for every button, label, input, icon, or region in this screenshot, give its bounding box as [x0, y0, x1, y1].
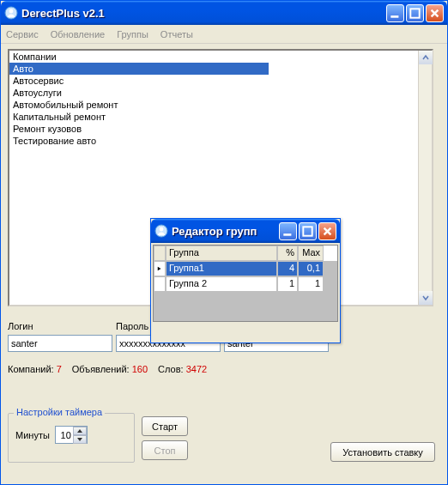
start-button[interactable]: Старт [142, 416, 188, 436]
dialog-maximize-button[interactable] [299, 222, 317, 240]
group-editor-dialog: Редактор групп Группа % Max Группа140,1Г… [150, 218, 341, 343]
list-item[interactable]: Автоуслуги [9, 87, 269, 99]
scroll-down-icon[interactable] [419, 291, 433, 305]
group-grid[interactable]: Группа % Max Группа140,1Группа 211 [153, 245, 338, 322]
grid-header: Группа % Max [154, 246, 337, 261]
main-title: DerectPlus v2.1 [21, 7, 386, 20]
col-max: Max [298, 246, 324, 261]
dialog-close-button[interactable] [318, 222, 336, 240]
words-count: 3472 [186, 364, 207, 374]
menu-update[interactable]: Обновление [51, 29, 106, 39]
menu-reports[interactable]: Отчеты [160, 29, 193, 39]
scrollbar[interactable] [418, 51, 432, 305]
col-pct: % [277, 246, 298, 261]
main-titlebar[interactable]: DerectPlus v2.1 [1, 1, 447, 25]
maximize-button[interactable] [406, 4, 424, 22]
dialog-titlebar[interactable]: Редактор групп [151, 219, 340, 243]
minutes-input[interactable] [56, 429, 73, 441]
dialog-minimize-button[interactable] [279, 222, 297, 240]
spin-down-icon[interactable] [73, 435, 87, 444]
minutes-label: Минуты [15, 430, 50, 440]
svg-rect-6 [283, 233, 291, 236]
list-item[interactable]: Тестирование авто [9, 135, 269, 147]
login-input[interactable] [8, 335, 112, 352]
timer-legend: Настройки таймера [14, 407, 105, 417]
list-header: Компании [9, 51, 269, 63]
menubar: Сервис Обновление Группы Отчеты [1, 25, 447, 44]
list-item[interactable]: Автомобильный ремонт [9, 99, 269, 111]
svg-point-5 [160, 227, 164, 232]
app-icon [4, 6, 18, 20]
companies-count: 7 [57, 364, 62, 374]
dialog-icon [154, 224, 168, 238]
minimize-button[interactable] [386, 4, 404, 22]
login-label: Логин [8, 321, 116, 331]
row-indicator-icon [154, 261, 166, 276]
scroll-up-icon[interactable] [419, 51, 433, 64]
svg-rect-2 [390, 15, 398, 18]
main-window: DerectPlus v2.1 Сервис Обновление Группы… [0, 0, 448, 485]
companies-count-label: Компаний: [8, 364, 54, 374]
ads-count-label: Объявлений: [72, 364, 130, 374]
stats-row: Компаний: 7 Объявлений: 160 Слов: 3472 [8, 364, 433, 374]
col-group: Группа [166, 246, 277, 261]
dialog-title: Редактор групп [172, 225, 279, 238]
menu-groups[interactable]: Группы [117, 29, 148, 39]
set-rate-button[interactable]: Установить ставку [330, 442, 435, 462]
table-row[interactable]: Группа140,1 [154, 261, 337, 276]
close-button[interactable] [426, 4, 444, 22]
svg-point-1 [9, 9, 14, 14]
timer-settings-group: Настройки таймера Минуты [8, 413, 135, 463]
menu-service[interactable]: Сервис [6, 29, 39, 39]
list-item[interactable]: Ремонт кузовов [9, 123, 269, 135]
stop-button[interactable]: Стоп [142, 440, 188, 460]
list-item[interactable]: Капитальный ремонт [9, 111, 269, 123]
svg-rect-7 [303, 227, 312, 235]
ads-count: 160 [132, 364, 148, 374]
minutes-stepper[interactable] [55, 426, 88, 444]
table-row[interactable]: Группа 211 [154, 276, 337, 292]
words-count-label: Слов: [158, 364, 184, 374]
svg-rect-3 [410, 9, 419, 17]
list-item[interactable]: Авто [9, 63, 269, 75]
list-item[interactable]: Автосервис [9, 75, 269, 87]
spin-up-icon[interactable] [73, 427, 87, 435]
